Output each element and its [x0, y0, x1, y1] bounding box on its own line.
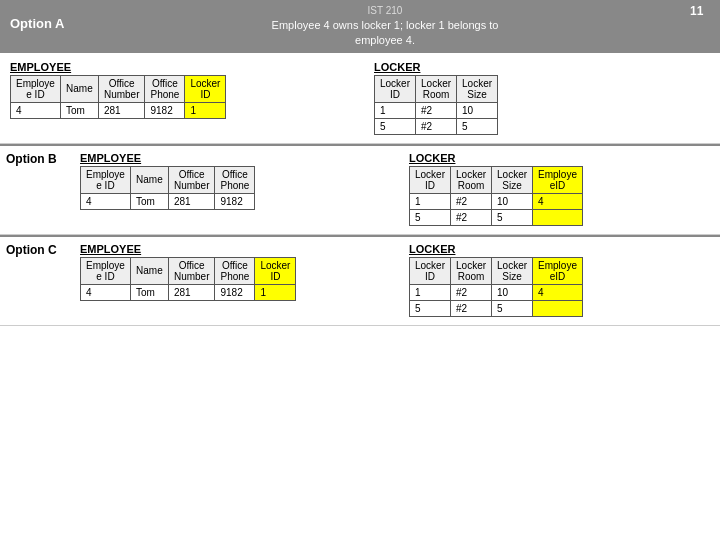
- header-line2: employee 4.: [80, 33, 690, 48]
- col-office-phone: OfficePhone: [215, 166, 255, 193]
- col-locker-size: LockerSize: [492, 166, 533, 193]
- option-b-locker: LOCKER LockerID LockerRoom LockerSize Em…: [405, 150, 714, 228]
- option-b-employee: EMPLOYEE Employee ID Name OfficeNumber O…: [76, 150, 385, 228]
- option-a-employee-table: Employee ID Name OfficeNumber OfficePhon…: [10, 75, 226, 119]
- cell-lroom: #2: [416, 118, 457, 134]
- option-a-locker: LOCKER LockerID LockerRoom LockerSize 1 …: [370, 59, 714, 137]
- cell-office-num: 281: [168, 193, 215, 209]
- table-header-row: LockerID LockerRoom LockerSize EmployeeI…: [410, 257, 583, 284]
- col-name: Name: [130, 166, 168, 193]
- option-b-label: Option B: [6, 152, 57, 166]
- cell-lroom: #2: [451, 284, 492, 300]
- cell-office-phone: 9182: [215, 193, 255, 209]
- cell-lsize: 5: [492, 209, 533, 225]
- col-locker-id: LockerID: [375, 75, 416, 102]
- option-a-locker-table: LockerID LockerRoom LockerSize 1 #2 10 5…: [374, 75, 498, 135]
- table-row: 4 Tom 281 9182 1: [11, 102, 226, 118]
- cell-lid: 1: [410, 193, 451, 209]
- table-header-row: Employee ID Name OfficeNumber OfficePhon…: [81, 257, 296, 284]
- cell-office-num: 281: [98, 102, 145, 118]
- cell-emp-eid: 4: [533, 284, 583, 300]
- table-row: 5 #2 5: [410, 209, 583, 225]
- col-locker-id: LockerID: [410, 166, 451, 193]
- cell-lid: 1: [375, 102, 416, 118]
- header-line1: Employee 4 owns locker 1; locker 1 belon…: [80, 18, 690, 33]
- cell-lsize: 5: [492, 300, 533, 316]
- option-a-label: Option A: [10, 4, 80, 31]
- cell-office-num: 281: [168, 284, 215, 300]
- cell-lid: 5: [375, 118, 416, 134]
- col-office-number: OfficeNumber: [168, 257, 215, 284]
- cell-lsize: 10: [492, 284, 533, 300]
- course-label: IST 210: [80, 4, 690, 18]
- section-option-b: Option B EMPLOYEE Employee ID Name Offic…: [0, 146, 720, 235]
- cell-office-phone: 9182: [145, 102, 185, 118]
- cell-locker-id: 1: [255, 284, 296, 300]
- option-c-locker: LOCKER LockerID LockerRoom LockerSize Em…: [405, 241, 714, 319]
- cell-name: Tom: [130, 193, 168, 209]
- option-c-employee: EMPLOYEE Employee ID Name OfficeNumber O…: [76, 241, 385, 319]
- col-employee-eid: EmployeeID: [533, 166, 583, 193]
- col-locker-id: LockerID: [410, 257, 451, 284]
- table-row: 4 Tom 281 9182: [81, 193, 255, 209]
- col-name: Name: [130, 257, 168, 284]
- col-office-number: OfficeNumber: [98, 75, 145, 102]
- table-row: 5 #2 5: [410, 300, 583, 316]
- cell-empid: 4: [11, 102, 61, 118]
- col-locker-room: LockerRoom: [451, 166, 492, 193]
- col-office-phone: OfficePhone: [215, 257, 255, 284]
- table-row: 5 #2 5: [375, 118, 498, 134]
- cell-lid: 5: [410, 209, 451, 225]
- header: Option A IST 210 Employee 4 owns locker …: [0, 0, 720, 53]
- cell-lsize: 5: [457, 118, 498, 134]
- cell-lsize: 10: [492, 193, 533, 209]
- cell-lid: 5: [410, 300, 451, 316]
- table-row: 4 Tom 281 9182 1: [81, 284, 296, 300]
- cell-lroom: #2: [451, 209, 492, 225]
- col-locker-id: LockerID: [185, 75, 226, 102]
- option-c-employee-table: Employee ID Name OfficeNumber OfficePhon…: [80, 257, 296, 301]
- header-description: IST 210 Employee 4 owns locker 1; locker…: [80, 4, 690, 49]
- section-option-c: Option C EMPLOYEE Employee ID Name Offic…: [0, 237, 720, 326]
- table-header-row: LockerID LockerRoom LockerSize EmployeeI…: [410, 166, 583, 193]
- option-b-locker-table: LockerID LockerRoom LockerSize EmployeeI…: [409, 166, 583, 226]
- option-b-label-container: Option B: [6, 150, 76, 228]
- cell-lid: 1: [410, 284, 451, 300]
- cell-empid: 4: [81, 193, 131, 209]
- col-employee-id: Employee ID: [81, 257, 131, 284]
- option-c-employee-title: EMPLOYEE: [80, 243, 381, 255]
- col-locker-size: LockerSize: [492, 257, 533, 284]
- cell-lroom: #2: [451, 300, 492, 316]
- cell-lsize: 10: [457, 102, 498, 118]
- option-b-locker-title: LOCKER: [409, 152, 710, 164]
- section-option-a: EMPLOYEE Employee ID Name OfficeNumber O…: [0, 55, 720, 144]
- cell-empid: 4: [81, 284, 131, 300]
- col-employee-id: Employee ID: [11, 75, 61, 102]
- cell-office-phone: 9182: [215, 284, 255, 300]
- option-c-locker-title: LOCKER: [409, 243, 710, 255]
- table-row: 1 #2 10 4: [410, 193, 583, 209]
- cell-emp-eid: [533, 300, 583, 316]
- table-header-row: LockerID LockerRoom LockerSize: [375, 75, 498, 102]
- cell-name: Tom: [130, 284, 168, 300]
- option-a-employee: EMPLOYEE Employee ID Name OfficeNumber O…: [6, 59, 350, 137]
- cell-emp-eid: [533, 209, 583, 225]
- cell-lroom: #2: [451, 193, 492, 209]
- table-row: 1 #2 10 4: [410, 284, 583, 300]
- col-locker-room: LockerRoom: [416, 75, 457, 102]
- col-employee-eid: EmployeeID: [533, 257, 583, 284]
- cell-emp-eid: 4: [533, 193, 583, 209]
- table-header-row: Employee ID Name OfficeNumber OfficePhon…: [81, 166, 255, 193]
- cell-name: Tom: [60, 102, 98, 118]
- option-b-employee-title: EMPLOYEE: [80, 152, 381, 164]
- table-row: 1 #2 10: [375, 102, 498, 118]
- col-office-phone: OfficePhone: [145, 75, 185, 102]
- col-locker-room: LockerRoom: [451, 257, 492, 284]
- cell-lroom: #2: [416, 102, 457, 118]
- page-number: 11: [690, 4, 710, 18]
- col-name: Name: [60, 75, 98, 102]
- option-a-locker-title: LOCKER: [374, 61, 710, 73]
- option-c-locker-table: LockerID LockerRoom LockerSize EmployeeI…: [409, 257, 583, 317]
- option-b-employee-table: Employee ID Name OfficeNumber OfficePhon…: [80, 166, 255, 210]
- col-employee-id: Employee ID: [81, 166, 131, 193]
